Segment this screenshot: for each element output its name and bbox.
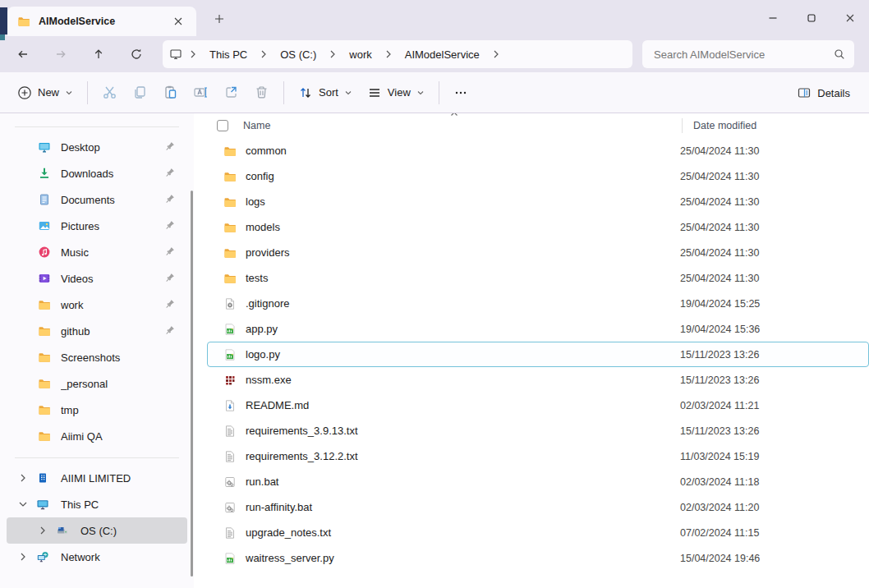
tree-item-label: Network: [61, 551, 100, 563]
search-input[interactable]: Search AIModelService: [642, 40, 854, 68]
column-header-date-modified[interactable]: Date modified: [693, 120, 756, 131]
chevron-down-icon[interactable]: [16, 498, 30, 511]
column-divider[interactable]: [682, 118, 683, 133]
sidebar-tree-list: AIIMI LIMITED This PC OS (C:) Network: [0, 465, 194, 570]
sidebar-item[interactable]: Screenshots: [7, 344, 187, 370]
music-icon: [38, 246, 51, 259]
file-row[interactable]: common 25/04/2024 11:30: [207, 138, 869, 163]
file-name: requirements_3.12.2.txt: [246, 450, 358, 462]
file-row[interactable]: nssm.exe 15/11/2023 13:26: [207, 367, 869, 393]
text-file-icon: [223, 450, 237, 463]
sidebar-item[interactable]: work: [7, 292, 187, 318]
file-date-modified: 19/04/2024 15:36: [680, 324, 760, 335]
file-name: tests: [246, 272, 268, 284]
breadcrumb-item[interactable]: work: [343, 45, 377, 64]
new-tab-button[interactable]: [207, 8, 232, 30]
forward-button[interactable]: [46, 41, 76, 67]
file-row[interactable]: tests 25/04/2024 11:30: [207, 265, 869, 291]
downloads-icon: [38, 167, 51, 180]
share-button[interactable]: [216, 78, 246, 108]
sidebar-tree-item[interactable]: OS (C:): [7, 517, 187, 544]
details-button-label: Details: [817, 87, 850, 99]
new-button[interactable]: New: [10, 78, 80, 108]
sidebar-tree-item[interactable]: This PC: [7, 491, 187, 517]
tab-close-icon[interactable]: [168, 11, 188, 31]
copy-button[interactable]: [125, 78, 155, 108]
file-row[interactable]: config 25/04/2024 11:30: [207, 163, 869, 189]
refresh-button[interactable]: [122, 41, 151, 67]
rename-button[interactable]: [186, 78, 216, 108]
details-pane-button[interactable]: Details: [789, 78, 858, 108]
sidebar-item[interactable]: Videos: [7, 265, 187, 292]
scissors-icon: [102, 85, 117, 100]
sidebar-item[interactable]: Desktop: [7, 134, 187, 160]
sort-button-label: Sort: [319, 86, 338, 99]
folder-icon: [38, 403, 51, 416]
search-icon: [833, 48, 846, 61]
file-name: nssm.exe: [246, 374, 292, 386]
sidebar-item[interactable]: _personal: [7, 370, 187, 397]
back-button[interactable]: [8, 41, 38, 67]
sidebar-item-label: _personal: [61, 378, 187, 390]
delete-button[interactable]: [246, 78, 277, 108]
pin-icon: [163, 219, 176, 232]
file-row[interactable]: run-affinity.bat 02/03/2024 11:20: [207, 494, 869, 520]
address-bar: This PC OS (C:) work AIModelService Sear…: [0, 36, 869, 72]
chevron-right-icon[interactable]: [16, 550, 30, 563]
videos-icon: [38, 272, 51, 285]
up-button[interactable]: [84, 41, 113, 67]
sidebar-tree-item[interactable]: AIIMI LIMITED: [7, 465, 187, 491]
file-row[interactable]: logs 25/04/2024 11:30: [207, 189, 869, 214]
sidebar-item[interactable]: Documents: [7, 186, 187, 213]
cut-button[interactable]: [94, 78, 125, 108]
view-lines-icon: [367, 85, 382, 100]
file-row[interactable]: providers 25/04/2024 11:30: [207, 240, 869, 265]
select-all-checkbox[interactable]: [217, 120, 228, 131]
new-button-label: New: [38, 86, 59, 99]
view-button[interactable]: View: [360, 78, 432, 108]
file-name: run-affinity.bat: [246, 501, 312, 513]
sidebar-tree-item[interactable]: Network: [7, 544, 187, 570]
breadcrumb-item[interactable]: OS (C:): [274, 45, 322, 64]
breadcrumb-item[interactable]: AIModelService: [399, 45, 485, 64]
sidebar-item[interactable]: github: [7, 318, 187, 344]
breadcrumb-item[interactable]: This PC: [204, 45, 253, 64]
chevron-right-icon[interactable]: [36, 524, 49, 537]
sidebar-item[interactable]: tmp: [7, 397, 187, 423]
sidebar-item[interactable]: Aiimi QA: [7, 423, 187, 449]
file-row[interactable]: models 25/04/2024 11:30: [207, 214, 869, 240]
file-date-modified: 07/02/2024 11:15: [680, 527, 759, 539]
column-header-name[interactable]: Name: [243, 120, 270, 131]
file-row[interactable]: .gitignore 19/04/2024 15:25: [207, 291, 869, 316]
file-row[interactable]: requirements_3.9.13.txt 15/11/2023 13:26: [207, 418, 869, 443]
sidebar-item[interactable]: Music: [7, 239, 187, 265]
folder-icon: [223, 246, 237, 260]
minimize-button[interactable]: [753, 0, 792, 36]
chevron-right-icon[interactable]: [16, 471, 30, 485]
file-rows: common 25/04/2024 11:30 config 25/04/202…: [194, 138, 869, 588]
file-row[interactable]: logo.py 15/11/2023 13:26: [207, 342, 869, 367]
paste-button[interactable]: [155, 78, 186, 108]
explorer-tab[interactable]: AIModelService: [7, 7, 196, 36]
breadcrumb[interactable]: This PC OS (C:) work AIModelService: [163, 40, 632, 68]
file-date-modified: 19/04/2024 15:25: [680, 298, 760, 310]
sidebar-item[interactable]: Downloads: [7, 160, 187, 186]
file-row[interactable]: requirements_3.12.2.txt 11/03/2024 15:19: [207, 443, 869, 469]
sidebar-item[interactable]: Pictures: [7, 213, 187, 239]
file-list-pane: Name Date modified common 25/04/2024 11:…: [194, 113, 869, 588]
close-button[interactable]: [830, 0, 869, 36]
file-row[interactable]: upgrade_notes.txt 07/02/2024 11:15: [207, 520, 869, 545]
share-icon: [223, 85, 239, 100]
file-row[interactable]: waitress_server.py 15/04/2024 19:46: [207, 545, 869, 571]
file-name: README.md: [246, 399, 309, 411]
file-row[interactable]: run.bat 02/03/2024 11:18: [207, 469, 869, 494]
sidebar-divider: [15, 457, 179, 458]
markdown-file-icon: [223, 399, 237, 412]
sidebar-scrollbar[interactable]: [191, 191, 193, 577]
maximize-button[interactable]: [792, 0, 830, 36]
file-row[interactable]: README.md 02/03/2024 11:21: [207, 393, 869, 418]
see-more-button[interactable]: [446, 78, 476, 108]
sort-button[interactable]: Sort: [291, 78, 360, 108]
file-date-modified: 25/04/2024 11:30: [680, 145, 759, 157]
file-row[interactable]: app.py 19/04/2024 15:36: [207, 316, 869, 342]
